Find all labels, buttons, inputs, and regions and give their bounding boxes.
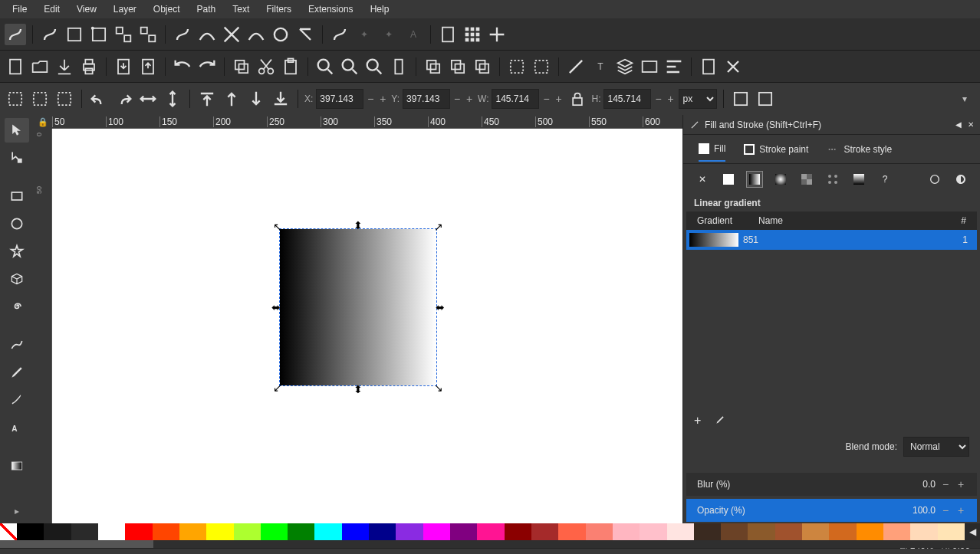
h-plus[interactable]: +: [665, 89, 676, 109]
color-swatch[interactable]: [234, 523, 261, 540]
paint-radial[interactable]: [772, 171, 789, 188]
x-input[interactable]: [316, 89, 363, 109]
color-swatch[interactable]: [667, 523, 694, 540]
selector-tool[interactable]: [5, 118, 29, 143]
lower-icon[interactable]: [245, 88, 267, 110]
color-swatch[interactable]: [71, 523, 98, 540]
paint-pattern[interactable]: [798, 171, 815, 188]
color-swatch[interactable]: [396, 523, 423, 540]
text-icon[interactable]: T: [590, 56, 611, 77]
layers-icon[interactable]: [614, 56, 636, 77]
select-original-icon[interactable]: [472, 56, 493, 77]
color-swatch[interactable]: [206, 523, 233, 540]
no-color-swatch[interactable]: [0, 523, 17, 540]
xml-icon[interactable]: [639, 56, 660, 77]
snap-object-center-icon[interactable]: ✦: [354, 24, 375, 45]
snap-guide-icon[interactable]: [486, 24, 508, 45]
color-swatch[interactable]: [613, 523, 640, 540]
panel-close-icon[interactable]: ✕: [968, 120, 974, 129]
color-swatch[interactable]: [153, 523, 179, 540]
ruler-horizontal[interactable]: 5010015020025030035040045050055060065070…: [52, 115, 682, 129]
paint-fill-rule[interactable]: [952, 171, 969, 188]
snap-smooth-icon[interactable]: [270, 24, 291, 45]
snap-grid-icon[interactable]: [462, 24, 483, 45]
zoom-selection-icon[interactable]: [314, 56, 336, 77]
print-icon[interactable]: [78, 56, 100, 77]
node-tool[interactable]: [5, 146, 29, 170]
tab-stroke-style[interactable]: Stroke style: [827, 144, 892, 161]
toolbar-menu-icon[interactable]: ▾: [954, 88, 975, 110]
paint-linear[interactable]: [746, 171, 763, 188]
color-palette[interactable]: [17, 523, 965, 540]
color-swatch[interactable]: [586, 523, 613, 540]
fill-stroke-icon[interactable]: [565, 56, 587, 77]
color-swatch[interactable]: [748, 523, 774, 540]
color-swatch[interactable]: [938, 523, 965, 540]
color-swatch[interactable]: [531, 523, 558, 540]
deselect-icon[interactable]: [54, 88, 75, 110]
tab-fill[interactable]: Fill: [699, 143, 725, 162]
paint-mesh[interactable]: [850, 171, 867, 188]
ungroup-icon[interactable]: [531, 56, 552, 77]
zoom-page-icon[interactable]: [363, 56, 385, 77]
paint-hole[interactable]: [926, 171, 943, 188]
color-swatch[interactable]: [44, 523, 71, 540]
color-swatch[interactable]: [288, 523, 314, 540]
transform-corners-icon[interactable]: [755, 88, 776, 110]
calligraphy-tool[interactable]: [5, 388, 29, 412]
zoom-drawing-icon[interactable]: [339, 56, 360, 77]
w-plus[interactable]: +: [553, 89, 564, 109]
color-swatch[interactable]: [883, 523, 910, 540]
unlink-clone-icon[interactable]: [447, 56, 469, 77]
flip-v-icon[interactable]: [162, 88, 183, 110]
h-input[interactable]: [603, 89, 651, 109]
snap-edge-icon[interactable]: [64, 24, 85, 45]
snap-bbox-icon[interactable]: [39, 24, 61, 45]
blur-slider[interactable]: Blur (%) 0.0 −+: [686, 473, 977, 496]
menu-text[interactable]: Text: [225, 1, 257, 18]
flip-h-icon[interactable]: [137, 88, 159, 110]
snap-intersect-icon[interactable]: [221, 24, 242, 45]
handle-nw[interactable]: ↖: [274, 223, 281, 231]
select-all-layers-icon[interactable]: [29, 88, 51, 110]
doc-prefs-icon[interactable]: [722, 56, 744, 77]
snap-midpoint-icon[interactable]: [113, 24, 134, 45]
color-swatch[interactable]: [775, 523, 802, 540]
clone-icon[interactable]: [423, 56, 444, 77]
raise-icon[interactable]: [221, 88, 242, 110]
menu-help[interactable]: Help: [363, 1, 397, 18]
handle-se[interactable]: ↘: [435, 384, 442, 392]
align-icon[interactable]: [663, 56, 685, 77]
snap-path-icon[interactable]: [196, 24, 218, 45]
opacity-slider[interactable]: Opacity (%) 100.0 −+: [686, 499, 977, 522]
menu-path[interactable]: Path: [189, 1, 224, 18]
bezier-tool[interactable]: [5, 360, 29, 385]
snap-center-icon[interactable]: [137, 24, 159, 45]
y-plus[interactable]: +: [464, 89, 475, 109]
snap-node-icon[interactable]: [172, 24, 193, 45]
gradient-add-icon[interactable]: +: [694, 414, 701, 428]
rotate-cw-icon[interactable]: [113, 88, 134, 110]
color-swatch[interactable]: [802, 523, 829, 540]
menu-file[interactable]: File: [5, 1, 35, 18]
handle-sw[interactable]: ↙: [274, 384, 281, 392]
ruler-lock-icon[interactable]: 🔒: [34, 115, 52, 129]
snap-page-icon[interactable]: [437, 24, 459, 45]
snap-cusp-icon[interactable]: [245, 24, 267, 45]
menu-layer[interactable]: Layer: [106, 1, 144, 18]
x-minus[interactable]: −: [365, 89, 376, 109]
paint-flat[interactable]: [720, 171, 737, 188]
raise-top-icon[interactable]: [196, 88, 218, 110]
color-swatch[interactable]: [558, 523, 585, 540]
handle-n[interactable]: ⬍: [354, 221, 362, 229]
color-swatch[interactable]: [694, 523, 721, 540]
cut-icon[interactable]: [255, 56, 277, 77]
new-icon[interactable]: [5, 56, 26, 77]
menu-extensions[interactable]: Extensions: [301, 1, 361, 18]
select-all-icon[interactable]: [5, 88, 26, 110]
color-swatch[interactable]: [450, 523, 477, 540]
color-swatch[interactable]: [477, 523, 504, 540]
tab-stroke-paint[interactable]: Stroke paint: [744, 144, 808, 161]
undo-icon[interactable]: [172, 56, 193, 77]
snap-line-icon[interactable]: [294, 24, 316, 45]
